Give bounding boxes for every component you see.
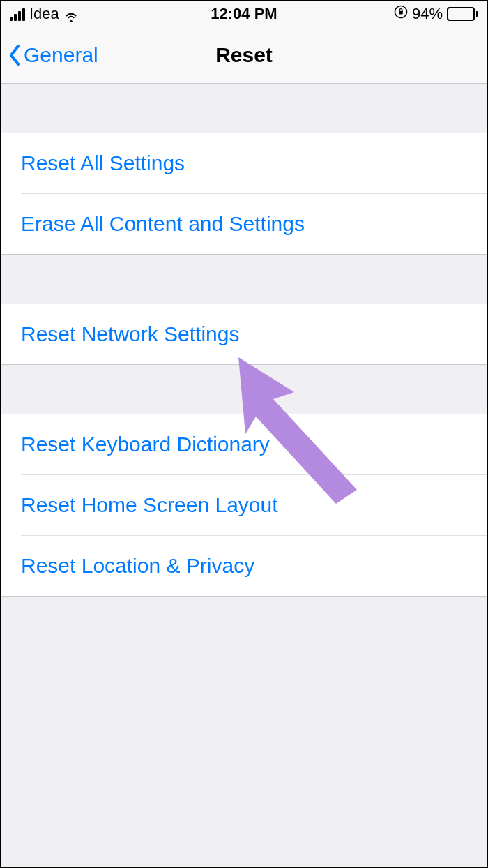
signal-bars-icon	[10, 7, 25, 21]
status-bar: Idea 12:04 PM 94%	[1, 1, 487, 27]
chevron-left-icon	[8, 45, 21, 66]
orientation-lock-icon	[394, 5, 408, 23]
carrier-label: Idea	[29, 5, 59, 23]
list-group-3: Reset Keyboard Dictionary Reset Home Scr…	[1, 414, 487, 597]
back-label: General	[24, 43, 98, 67]
status-left: Idea	[10, 5, 79, 23]
nav-header: General Reset	[1, 27, 487, 84]
wifi-icon	[63, 8, 79, 20]
reset-all-settings-item[interactable]: Reset All Settings	[1, 133, 487, 193]
page-title: Reset	[215, 43, 273, 67]
battery-icon	[447, 7, 478, 21]
battery-percent: 94%	[412, 5, 443, 23]
svg-rect-1	[399, 11, 403, 15]
section-gap	[1, 255, 487, 304]
list-group-2: Reset Network Settings	[1, 304, 487, 365]
section-gap	[1, 84, 487, 133]
reset-keyboard-dictionary-item[interactable]: Reset Keyboard Dictionary	[1, 414, 487, 474]
erase-all-content-item[interactable]: Erase All Content and Settings	[21, 193, 487, 254]
reset-location-privacy-item[interactable]: Reset Location & Privacy	[21, 535, 487, 596]
reset-home-screen-layout-item[interactable]: Reset Home Screen Layout	[21, 474, 487, 535]
back-button[interactable]: General	[1, 43, 98, 67]
reset-network-settings-item[interactable]: Reset Network Settings	[1, 304, 487, 364]
section-gap	[1, 365, 487, 414]
status-right: 94%	[394, 5, 478, 23]
list-group-1: Reset All Settings Erase All Content and…	[1, 133, 487, 255]
status-time: 12:04 PM	[211, 5, 277, 23]
